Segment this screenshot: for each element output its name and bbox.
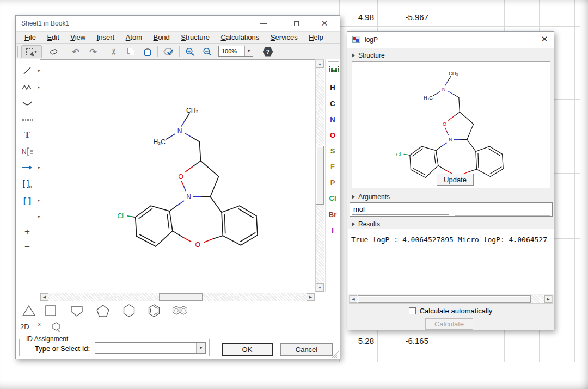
editor-window-title: Sheet1 in Book1 bbox=[21, 20, 69, 27]
logp-titlebar[interactable]: logP ✕ bbox=[347, 32, 554, 48]
template-benzene-button[interactable] bbox=[146, 303, 162, 318]
periodic-table-button[interactable] bbox=[327, 66, 341, 78]
id-select-combobox[interactable]: ▼ bbox=[95, 342, 206, 354]
increase-charge-button[interactable]: + bbox=[18, 225, 36, 239]
arc-tool-button[interactable] bbox=[18, 96, 36, 110]
check-structure-button[interactable] bbox=[161, 45, 177, 58]
minimize-button[interactable]: — bbox=[253, 16, 274, 30]
element-button-h[interactable]: H bbox=[326, 83, 340, 95]
undo-button[interactable]: ↶ bbox=[68, 45, 83, 58]
sheet-cell[interactable]: -6.165 bbox=[378, 336, 428, 345]
arrow-tool-button[interactable]: ▾ bbox=[18, 160, 36, 175]
menu-edit[interactable]: Edit bbox=[47, 32, 59, 44]
scroll-left-button[interactable]: ◀ bbox=[40, 293, 48, 301]
bracket-tool-button[interactable]: [ ] ▾ bbox=[18, 193, 36, 207]
eraser-tool-button[interactable] bbox=[46, 45, 60, 58]
text-tool-button[interactable]: T bbox=[18, 128, 36, 142]
sheet-cell[interactable]: 4.98 bbox=[340, 13, 374, 22]
element-palette: H C N O S F P Cl Br I bbox=[325, 59, 340, 292]
element-button-f[interactable]: F bbox=[326, 163, 340, 175]
decrease-charge-button[interactable]: − bbox=[18, 240, 36, 254]
editor-titlebar[interactable]: Sheet1 in Book1 — ✕ bbox=[16, 16, 340, 31]
copy-button[interactable] bbox=[124, 45, 139, 58]
rectangle-tool-button[interactable]: ▾ bbox=[18, 209, 36, 224]
template-naphthalene-button[interactable] bbox=[171, 303, 187, 318]
template-cyclopentadiene-button[interactable] bbox=[95, 303, 111, 318]
redo-button[interactable]: ↷ bbox=[85, 45, 101, 58]
menu-services[interactable]: Services bbox=[271, 32, 298, 44]
paste-button[interactable] bbox=[140, 45, 155, 58]
element-button-n[interactable]: N bbox=[326, 115, 340, 127]
menu-atom[interactable]: Atom bbox=[126, 32, 142, 44]
dashed-line-tool-button[interactable] bbox=[18, 113, 36, 127]
arguments-grid[interactable]: mol bbox=[350, 202, 553, 217]
superscript-x-button[interactable]: x bbox=[38, 322, 41, 327]
scroll-up-button[interactable]: ▲ bbox=[316, 60, 324, 68]
arguments-section-header[interactable]: Arguments bbox=[347, 193, 554, 202]
chevron-down-icon[interactable]: ▼ bbox=[196, 343, 205, 353]
menu-help[interactable]: Help bbox=[309, 32, 323, 44]
toolbar-gripper[interactable] bbox=[17, 46, 19, 57]
structure-section-header[interactable]: Structure bbox=[347, 52, 554, 60]
element-button-i[interactable]: I bbox=[326, 226, 340, 238]
results-hscrollbar[interactable]: ◀ ▶ bbox=[349, 295, 553, 304]
menu-calculations[interactable]: Calculations bbox=[221, 32, 260, 44]
zoom-in-button[interactable] bbox=[182, 45, 198, 58]
sheet-cell[interactable]: -5.967 bbox=[378, 13, 428, 22]
results-section-header[interactable]: Results bbox=[347, 220, 554, 229]
close-button[interactable]: ✕ bbox=[535, 32, 554, 46]
update-button[interactable]: Update bbox=[437, 174, 474, 186]
resize-grip[interactable] bbox=[332, 350, 339, 358]
scroll-down-button[interactable]: ▼ bbox=[316, 283, 324, 292]
menu-view[interactable]: View bbox=[70, 32, 85, 44]
editor-window: Sheet1 in Book1 — ✕ File Edit View Inser… bbox=[15, 15, 340, 359]
zoom-level-combobox[interactable]: 100% ▼ bbox=[218, 46, 253, 57]
repeat-bracket-tool-button[interactable]: [ ]n bbox=[18, 177, 36, 191]
expander-icon bbox=[352, 222, 355, 226]
scroll-right-button[interactable]: ▶ bbox=[307, 293, 315, 301]
sheet-cell[interactable]: 5.28 bbox=[340, 336, 374, 345]
close-button[interactable]: ✕ bbox=[314, 16, 335, 30]
zoom-out-button[interactable] bbox=[200, 45, 215, 58]
hscroll-thumb[interactable] bbox=[159, 293, 203, 301]
cancel-button[interactable]: Cancel bbox=[280, 343, 333, 356]
element-button-p[interactable]: P bbox=[326, 178, 340, 190]
vscroll-thumb[interactable] bbox=[316, 146, 324, 205]
hscroll-thumb[interactable] bbox=[358, 295, 531, 303]
element-button-s[interactable]: S bbox=[326, 147, 340, 159]
calculate-auto-checkbox[interactable] bbox=[409, 307, 416, 314]
marquee-select-icon bbox=[26, 48, 33, 55]
menu-insert[interactable]: Insert bbox=[97, 32, 115, 44]
hexagon-x-icon[interactable]: x bbox=[52, 322, 62, 332]
canvas-vscrollbar[interactable]: ▲ ▼ bbox=[315, 59, 324, 292]
element-button-o[interactable]: O bbox=[326, 131, 340, 143]
element-button-c[interactable]: C bbox=[326, 100, 340, 112]
cut-button[interactable]: ✂ bbox=[106, 45, 121, 58]
menu-structure[interactable]: Structure bbox=[181, 32, 210, 44]
template-cyclohexane-button[interactable] bbox=[121, 303, 137, 318]
scroll-left-button[interactable]: ◀ bbox=[350, 295, 357, 303]
bond-tool-button[interactable]: ▾ bbox=[18, 64, 36, 78]
menu-bond[interactable]: Bond bbox=[153, 32, 169, 44]
benzene-icon bbox=[148, 304, 161, 318]
scroll-right-button[interactable]: ▶ bbox=[544, 295, 552, 303]
element-button-br[interactable]: Br bbox=[326, 211, 340, 223]
select-tool-button[interactable]: ▾ bbox=[21, 45, 42, 58]
ok-button[interactable]: OK bbox=[222, 343, 273, 356]
maximize-button[interactable] bbox=[285, 16, 307, 30]
argument-value[interactable]: mol bbox=[353, 205, 365, 213]
help-button[interactable]: ? bbox=[261, 45, 275, 58]
atom-label-tool-button[interactable]: N bbox=[18, 144, 36, 158]
mode-2d-button[interactable]: 2D bbox=[20, 323, 29, 331]
pentagon-icon bbox=[96, 304, 110, 318]
template-cyclopropane-button[interactable] bbox=[21, 303, 36, 318]
menu-file[interactable]: File bbox=[24, 32, 36, 44]
chevron-down-icon[interactable]: ▼ bbox=[244, 46, 253, 56]
template-cyclobutane-button[interactable] bbox=[43, 303, 58, 318]
canvas-hscrollbar[interactable]: ◀ ▶ bbox=[40, 293, 315, 301]
element-button-cl[interactable]: Cl bbox=[326, 194, 340, 206]
chain-tool-button[interactable]: ▾ bbox=[18, 80, 36, 94]
calculate-button[interactable]: Calculate bbox=[425, 318, 473, 330]
structure-canvas[interactable]: CH₃ N H₃C O N O Cl bbox=[40, 59, 315, 292]
template-cyclopentane-button[interactable] bbox=[69, 303, 84, 318]
